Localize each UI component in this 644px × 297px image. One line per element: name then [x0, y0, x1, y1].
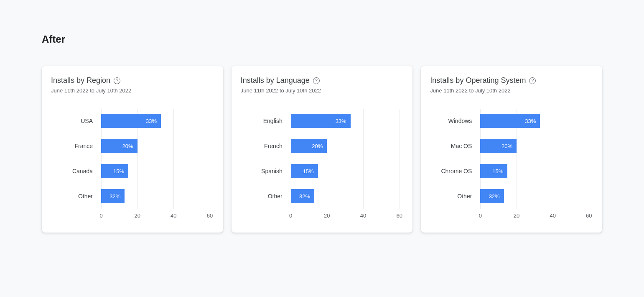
x-tick-label: 60 [207, 213, 213, 219]
x-tick-label: 40 [360, 213, 366, 219]
bar: 32% [480, 189, 504, 203]
bar: 15% [101, 164, 128, 178]
bar-row: Canada15% [101, 161, 210, 181]
bar: 33% [480, 114, 540, 128]
bar-chart: Windows33%Mac OS20%Chrome OS15%Other32% … [430, 109, 593, 221]
cards-row: Installs by Region ? June 11th 2022 to J… [42, 66, 602, 233]
card-date-range: June 11th 2022 to July 10th 2022 [51, 87, 214, 94]
bar-row: Windows33% [480, 111, 589, 131]
gridline [589, 109, 589, 209]
bar-row: French20% [291, 136, 400, 156]
bar-row: USA33% [101, 111, 210, 131]
bar: 15% [480, 164, 507, 178]
card-date-range: June 11th 2022 to July 10th 2022 [430, 87, 593, 94]
x-tick-label: 0 [479, 213, 482, 219]
bar-category-label: Canada [47, 168, 97, 174]
bar: 32% [291, 189, 314, 203]
gridline [210, 109, 210, 209]
bar-category-label: English [237, 118, 287, 124]
bar-category-label: French [237, 143, 287, 149]
bar-row: Mac OS20% [480, 136, 589, 156]
bars: Windows33%Mac OS20%Chrome OS15%Other32% [480, 109, 589, 206]
card-header: Installs by Language ? [241, 76, 404, 85]
card-date-range: June 11th 2022 to July 10th 2022 [241, 87, 404, 94]
plot-area: Windows33%Mac OS20%Chrome OS15%Other32% [480, 109, 589, 209]
help-icon[interactable]: ? [313, 77, 320, 84]
x-tick-label: 40 [171, 213, 176, 219]
bar-category-label: Other [47, 193, 97, 200]
x-tick-label: 20 [514, 213, 519, 219]
bar-category-label: France [47, 143, 97, 149]
bar-category-label: Chrome OS [426, 168, 476, 174]
x-axis: 0204060 [291, 211, 400, 221]
bar: 20% [101, 139, 137, 153]
card-header: Installs by Operating System ? [430, 76, 593, 85]
bar-chart: English33%French20%Spanish15%Other32% 02… [241, 109, 404, 221]
bars: USA33%France20%Canada15%Other32% [101, 109, 210, 206]
bar-row: Chrome OS15% [480, 161, 589, 181]
card-header: Installs by Region ? [51, 76, 214, 85]
card-region: Installs by Region ? June 11th 2022 to J… [42, 66, 223, 233]
bar-category-label: Spanish [237, 168, 287, 174]
bar-row: Spanish15% [291, 161, 400, 181]
card-os: Installs by Operating System ? June 11th… [421, 66, 602, 233]
bar-category-label: USA [47, 118, 97, 124]
bar-row: Other32% [291, 187, 400, 206]
gridline [400, 109, 400, 209]
bar: 15% [291, 164, 318, 178]
bar: 33% [291, 114, 351, 128]
bar-row: Other32% [480, 187, 589, 206]
bar-category-label: Other [237, 193, 287, 200]
card-title: Installs by Operating System [430, 76, 526, 85]
bar-category-label: Windows [426, 118, 476, 124]
bar: 20% [291, 139, 327, 153]
bar-row: Other32% [101, 187, 210, 206]
bar-category-label: Mac OS [426, 143, 476, 149]
bar: 33% [101, 114, 161, 128]
bar: 20% [480, 139, 517, 153]
bar: 32% [101, 189, 125, 203]
help-icon[interactable]: ? [529, 77, 536, 84]
plot-area: English33%French20%Spanish15%Other32% [291, 109, 400, 209]
x-tick-label: 60 [586, 213, 592, 219]
bar-chart: USA33%France20%Canada15%Other32% 0204060 [51, 109, 214, 221]
bar-category-label: Other [426, 193, 476, 200]
x-tick-label: 20 [134, 213, 140, 219]
bars: English33%French20%Spanish15%Other32% [291, 109, 400, 206]
help-icon[interactable]: ? [114, 77, 120, 84]
x-tick-label: 0 [289, 213, 292, 219]
bar-row: France20% [101, 136, 210, 156]
card-title: Installs by Region [51, 76, 110, 85]
x-axis: 0204060 [101, 211, 210, 221]
bar-row: English33% [291, 111, 400, 131]
x-tick-label: 40 [550, 213, 555, 219]
card-title: Installs by Language [241, 76, 310, 85]
card-language: Installs by Language ? June 11th 2022 to… [232, 66, 413, 233]
plot-area: USA33%France20%Canada15%Other32% [101, 109, 210, 209]
x-tick-label: 60 [396, 213, 402, 219]
x-axis: 0204060 [480, 211, 589, 221]
x-tick-label: 0 [99, 213, 102, 219]
page-title: After [42, 33, 602, 45]
x-tick-label: 20 [324, 213, 330, 219]
